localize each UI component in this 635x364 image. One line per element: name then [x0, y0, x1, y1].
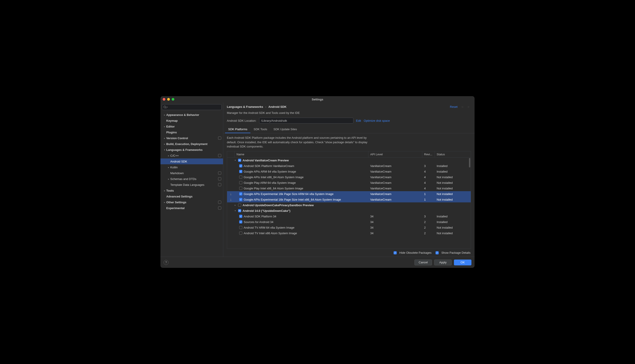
- spacer: ·: [163, 131, 166, 134]
- sidebar-item-label: Schemas and DTDs: [170, 177, 196, 181]
- checkbox[interactable]: ✓: [239, 192, 242, 196]
- sidebar-item-other-settings[interactable]: ▸Other Settings: [160, 199, 223, 205]
- help-icon[interactable]: ?: [164, 260, 169, 265]
- back-icon[interactable]: ←: [460, 105, 465, 108]
- sidebar-item-label: Editor: [166, 125, 175, 128]
- sidebar-item-tools[interactable]: ▸Tools: [160, 188, 223, 194]
- maximize-icon[interactable]: [172, 98, 174, 101]
- sidebar-item-appearance-behavior[interactable]: ▸Appearance & Behavior: [160, 112, 223, 118]
- table-row[interactable]: Google APIs Intel x86_64 Atom System Ima…: [227, 174, 471, 180]
- sidebar-item-label: Appearance & Behavior: [166, 113, 199, 116]
- checkbox[interactable]: [239, 187, 242, 190]
- row-api: VanillaIceCream: [369, 170, 422, 173]
- modified-badge-icon: [218, 183, 221, 186]
- table-body[interactable]: ▾Android VanillaIceCream Preview✓Android…: [227, 158, 471, 249]
- row-revision: 1: [422, 198, 435, 201]
- sidebar-item-label: Languages & Frameworks: [166, 148, 203, 152]
- sidebar-item-keymap[interactable]: ·Keymap: [160, 118, 223, 124]
- row-revision: 2: [422, 226, 435, 229]
- checkbox[interactable]: ✓: [239, 170, 242, 173]
- table-row[interactable]: ⭳✓Google APIs Experimental 16k Page Size…: [227, 191, 471, 197]
- tab-sdk-update-sites[interactable]: SDK Update Sites: [270, 126, 300, 133]
- breadcrumb-parent[interactable]: Languages & Frameworks: [227, 105, 263, 108]
- checkbox[interactable]: ✓: [239, 220, 242, 224]
- row-revision: 2: [422, 220, 435, 224]
- checkbox[interactable]: [239, 226, 242, 229]
- table-row[interactable]: Android TV Intel x86 Atom System Image34…: [227, 230, 471, 236]
- table-row[interactable]: Google Play ARM 64 v8a System ImageVanil…: [227, 180, 471, 186]
- row-name: Google APIs Intel x86_64 Atom System Ima…: [244, 176, 303, 179]
- row-status: Installed: [435, 220, 471, 224]
- minimize-icon[interactable]: [167, 98, 170, 101]
- sidebar-item-plugins[interactable]: ·Plugins: [160, 129, 223, 135]
- chevron-right-icon: ▸: [163, 114, 166, 116]
- sidebar-item-version-control[interactable]: ▸Version Control: [160, 135, 223, 141]
- modified-badge-icon: [218, 172, 221, 174]
- table-row[interactable]: ✓Google APIs ARM 64 v8a System ImageVani…: [227, 169, 471, 174]
- table-row[interactable]: ✓Android SDK Platform VanillaIceCreamVan…: [227, 163, 471, 169]
- checkbox[interactable]: [238, 204, 241, 207]
- close-icon[interactable]: [163, 98, 165, 101]
- col-status[interactable]: Status: [435, 151, 471, 157]
- col-revision[interactable]: Revi...: [422, 151, 435, 157]
- modified-badge-icon: [218, 200, 221, 204]
- checkbox[interactable]: [238, 209, 241, 212]
- forward-icon[interactable]: →: [465, 105, 471, 108]
- modified-badge-icon: [218, 177, 221, 180]
- sdk-location-input[interactable]: [259, 118, 353, 124]
- sidebar-item-markdown[interactable]: ·Markdown: [160, 170, 223, 176]
- table-group-row[interactable]: ▸Android UpsideDownCakePrivacySandbox Pr…: [227, 202, 471, 208]
- checkbox[interactable]: [239, 181, 242, 184]
- checkbox[interactable]: ✓: [239, 198, 242, 201]
- tab-sdk-platforms[interactable]: SDK Platforms: [225, 126, 250, 133]
- footer: ? Cancel Apply OK: [160, 257, 475, 268]
- table-row[interactable]: ⭳✓Google APIs Experimental 16k Page Size…: [227, 197, 471, 202]
- optimize-link[interactable]: Optimize disk space: [364, 119, 390, 122]
- row-api: 34: [369, 220, 422, 224]
- sidebar-item-experimental[interactable]: ·Experimental: [160, 205, 223, 211]
- sidebar-item-build-execution-deployment[interactable]: ▸Build, Execution, Deployment: [160, 141, 223, 147]
- tab-sdk-tools[interactable]: SDK Tools: [250, 126, 270, 133]
- chevron-down-icon: ▾: [235, 159, 237, 162]
- checkbox[interactable]: [238, 159, 241, 162]
- modified-badge-icon: [218, 206, 221, 210]
- edit-link[interactable]: Edit: [356, 119, 361, 122]
- sidebar-item-kotlin[interactable]: ▸Kotlin: [160, 164, 223, 170]
- col-name[interactable]: Name: [235, 151, 369, 157]
- show-details-option[interactable]: ✓ Show Package Details: [436, 251, 471, 254]
- row-revision: 4: [422, 176, 435, 179]
- reset-link[interactable]: Reset: [450, 105, 458, 108]
- sidebar-item-template-data-languages[interactable]: ·Template Data Languages: [160, 182, 223, 188]
- sdk-table: Name API Level Revi... Status ▾Android V…: [227, 151, 471, 249]
- sidebar-item-schemas-and-dtds[interactable]: ▸Schemas and DTDs: [160, 176, 223, 182]
- table-row[interactable]: Google Play Intel x86_64 Atom System Ima…: [227, 186, 471, 191]
- checkbox[interactable]: ✓: [239, 164, 242, 168]
- search-input[interactable]: ▾: [162, 104, 222, 110]
- apply-button[interactable]: Apply: [434, 260, 452, 266]
- svg-point-0: [164, 106, 166, 108]
- sidebar-item-languages-frameworks[interactable]: ▾Languages & Frameworks: [160, 147, 223, 153]
- sidebar-item-editor[interactable]: ▸Editor: [160, 124, 223, 129]
- row-api: VanillaIceCream: [369, 198, 422, 201]
- checkbox[interactable]: [239, 176, 242, 179]
- hide-obsolete-option[interactable]: ✓ Hide Obsolete Packages: [394, 251, 432, 254]
- table-row[interactable]: Android TV ARM 64 v8a System Image342Not…: [227, 225, 471, 230]
- sidebar-item-c-c-[interactable]: ▸C/C++: [160, 153, 223, 158]
- row-name: Android 14.0 ("UpsideDownCake"): [242, 209, 290, 212]
- sidebar-item-advanced-settings[interactable]: ·Advanced Settings: [160, 194, 223, 199]
- search-field[interactable]: [169, 106, 220, 109]
- checkbox[interactable]: ✓: [239, 215, 242, 218]
- table-group-row[interactable]: ▾Android 14.0 ("UpsideDownCake"): [227, 208, 471, 214]
- checkbox[interactable]: [239, 232, 242, 235]
- ok-button[interactable]: OK: [454, 260, 471, 266]
- info-text: Each Android SDK Platform package includ…: [223, 133, 371, 151]
- download-icon: ⭳: [229, 198, 232, 201]
- scrollbar-thumb[interactable]: [469, 158, 470, 168]
- table-row[interactable]: ✓Sources for Android 34342Installed: [227, 219, 471, 225]
- sidebar-item-android-sdk[interactable]: ·Android SDK: [160, 158, 223, 164]
- chevron-right-icon: ▸: [167, 166, 170, 168]
- table-group-row[interactable]: ▾Android VanillaIceCream Preview: [227, 158, 471, 163]
- col-api[interactable]: API Level: [369, 151, 422, 157]
- table-row[interactable]: ✓Android SDK Platform 34343Installed: [227, 214, 471, 219]
- cancel-button[interactable]: Cancel: [414, 260, 432, 266]
